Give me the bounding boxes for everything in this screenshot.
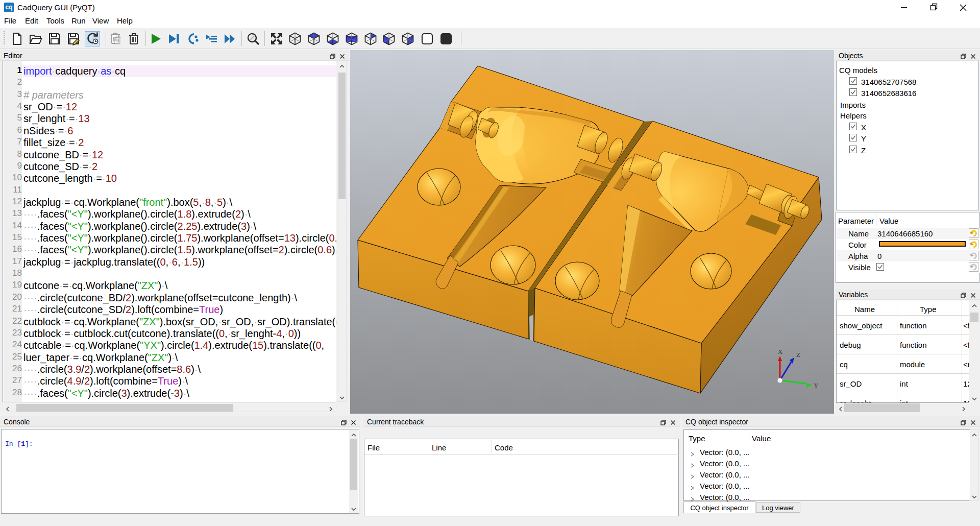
svg-text:X: X xyxy=(778,348,783,355)
svg-text:Y: Y xyxy=(814,381,819,389)
svg-text:Z: Z xyxy=(796,351,800,358)
